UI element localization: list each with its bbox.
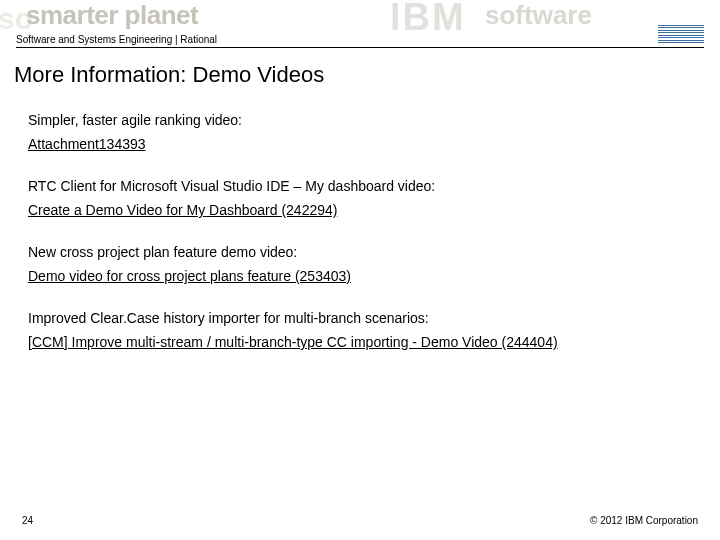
page-number: 24 [22, 515, 33, 526]
video-section: Improved Clear.Case history importer for… [28, 310, 692, 350]
header-bar: Software and Systems Engineering | Ratio… [16, 25, 704, 48]
breadcrumb: Software and Systems Engineering | Ratio… [16, 34, 217, 45]
video-link[interactable]: Demo video for cross project plans featu… [28, 268, 351, 284]
video-section: New cross project plan feature demo vide… [28, 244, 692, 284]
video-link[interactable]: Attachment134393 [28, 136, 146, 152]
page-title: More Information: Demo Videos [0, 48, 720, 88]
section-label: New cross project plan feature demo vide… [28, 244, 692, 260]
header: Software and Systems Engineering | Ratio… [0, 0, 720, 48]
video-link[interactable]: Create a Demo Video for My Dashboard (24… [28, 202, 337, 218]
video-section: Simpler, faster agile ranking video: Att… [28, 112, 692, 152]
section-label: Improved Clear.Case history importer for… [28, 310, 692, 326]
copyright: © 2012 IBM Corporation [590, 515, 698, 526]
ibm-logo-icon [658, 25, 704, 43]
video-link[interactable]: [CCM] Improve multi-stream / multi-branc… [28, 334, 558, 350]
section-label: Simpler, faster agile ranking video: [28, 112, 692, 128]
video-section: RTC Client for Microsoft Visual Studio I… [28, 178, 692, 218]
section-label: RTC Client for Microsoft Visual Studio I… [28, 178, 692, 194]
footer: 24 © 2012 IBM Corporation [0, 515, 720, 526]
content: Simpler, faster agile ranking video: Att… [0, 88, 720, 350]
